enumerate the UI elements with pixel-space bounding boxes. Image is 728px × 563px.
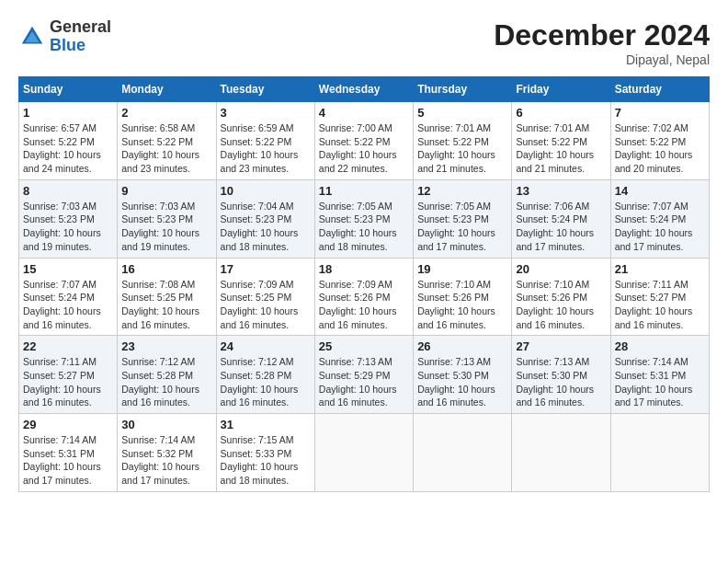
day-info: Sunrise: 7:13 AMSunset: 5:30 PMDaylight:…: [417, 355, 507, 409]
header-friday: Friday: [512, 77, 610, 102]
day-info: Sunrise: 7:01 AMSunset: 5:22 PMDaylight:…: [516, 121, 606, 176]
day-info: Sunrise: 7:09 AMSunset: 5:25 PMDaylight:…: [221, 278, 311, 332]
day-number: 20: [516, 262, 606, 276]
day-info: Sunrise: 7:12 AMSunset: 5:28 PMDaylight:…: [121, 355, 211, 409]
day-info: Sunrise: 6:58 AMSunset: 5:22 PMDaylight:…: [121, 121, 211, 176]
header-sunday: Sunday: [19, 77, 118, 102]
day-cell-30: 30 Sunrise: 7:14 AMSunset: 5:32 PMDaylig…: [118, 414, 216, 492]
day-cell-27: 27 Sunrise: 7:13 AMSunset: 5:30 PMDaylig…: [512, 336, 610, 414]
day-cell-8: 8 Sunrise: 7:03 AMSunset: 5:23 PMDayligh…: [19, 179, 118, 258]
day-info: Sunrise: 7:03 AMSunset: 5:23 PMDaylight:…: [121, 200, 211, 254]
empty-cell: [414, 414, 512, 492]
day-info: Sunrise: 7:14 AMSunset: 5:32 PMDaylight:…: [121, 433, 211, 488]
day-info: Sunrise: 7:06 AMSunset: 5:24 PMDaylight:…: [516, 200, 606, 254]
day-cell-31: 31 Sunrise: 7:15 AMSunset: 5:33 PMDaylig…: [216, 414, 314, 492]
header-thursday: Thursday: [414, 77, 512, 102]
day-number: 5: [417, 106, 507, 120]
day-number: 7: [615, 106, 705, 120]
day-number: 9: [121, 184, 211, 198]
day-cell-4: 4 Sunrise: 7:00 AMSunset: 5:22 PMDayligh…: [314, 102, 413, 180]
week-row: 22 Sunrise: 7:11 AMSunset: 5:27 PMDaylig…: [19, 336, 710, 414]
day-info: Sunrise: 7:14 AMSunset: 5:31 PMDaylight:…: [615, 355, 705, 409]
header-saturday: Saturday: [610, 77, 709, 102]
day-cell-29: 29 Sunrise: 7:14 AMSunset: 5:31 PMDaylig…: [19, 414, 118, 492]
day-number: 27: [516, 339, 606, 353]
day-cell-11: 11 Sunrise: 7:05 AMSunset: 5:23 PMDaylig…: [314, 179, 413, 258]
day-info: Sunrise: 7:13 AMSunset: 5:30 PMDaylight:…: [516, 355, 606, 409]
logo-icon: [18, 23, 46, 51]
header-monday: Monday: [118, 77, 216, 102]
day-cell-6: 6 Sunrise: 7:01 AMSunset: 5:22 PMDayligh…: [512, 102, 610, 180]
day-number: 24: [221, 339, 311, 353]
empty-cell: [512, 414, 610, 492]
logo-general: General: [50, 18, 111, 37]
day-info: Sunrise: 7:14 AMSunset: 5:31 PMDaylight:…: [23, 433, 113, 488]
day-cell-20: 20 Sunrise: 7:10 AMSunset: 5:26 PMDaylig…: [512, 258, 610, 336]
day-number: 14: [615, 184, 705, 198]
empty-cell: [610, 414, 709, 492]
day-number: 30: [121, 418, 211, 431]
day-number: 16: [121, 262, 211, 276]
calendar-table: Sunday Monday Tuesday Wednesday Thursday…: [18, 76, 710, 492]
logo-text: General Blue: [50, 18, 111, 55]
day-info: Sunrise: 6:57 AMSunset: 5:22 PMDaylight:…: [23, 121, 113, 176]
day-cell-5: 5 Sunrise: 7:01 AMSunset: 5:22 PMDayligh…: [414, 102, 512, 180]
day-info: Sunrise: 7:13 AMSunset: 5:29 PMDaylight:…: [319, 355, 409, 409]
day-number: 12: [417, 184, 507, 198]
day-info: Sunrise: 7:12 AMSunset: 5:28 PMDaylight:…: [221, 355, 311, 409]
day-info: Sunrise: 7:01 AMSunset: 5:22 PMDaylight:…: [417, 121, 507, 176]
day-info: Sunrise: 7:10 AMSunset: 5:26 PMDaylight:…: [516, 278, 606, 332]
day-cell-15: 15 Sunrise: 7:07 AMSunset: 5:24 PMDaylig…: [19, 258, 118, 336]
day-number: 1: [23, 106, 113, 120]
day-info: Sunrise: 7:00 AMSunset: 5:22 PMDaylight:…: [319, 121, 409, 176]
day-cell-13: 13 Sunrise: 7:06 AMSunset: 5:24 PMDaylig…: [512, 179, 610, 258]
day-cell-25: 25 Sunrise: 7:13 AMSunset: 5:29 PMDaylig…: [314, 336, 413, 414]
day-cell-28: 28 Sunrise: 7:14 AMSunset: 5:31 PMDaylig…: [610, 336, 709, 414]
header-tuesday: Tuesday: [216, 77, 314, 102]
day-cell-16: 16 Sunrise: 7:08 AMSunset: 5:25 PMDaylig…: [118, 258, 216, 336]
day-number: 8: [23, 184, 113, 198]
day-number: 18: [319, 262, 409, 276]
day-info: Sunrise: 7:03 AMSunset: 5:23 PMDaylight:…: [23, 200, 113, 254]
day-info: Sunrise: 7:05 AMSunset: 5:23 PMDaylight:…: [417, 200, 507, 254]
weekday-header-row: Sunday Monday Tuesday Wednesday Thursday…: [19, 77, 710, 102]
day-number: 28: [615, 339, 705, 353]
day-info: Sunrise: 6:59 AMSunset: 5:22 PMDaylight:…: [221, 121, 311, 176]
logo: General Blue: [18, 18, 111, 55]
day-number: 19: [417, 262, 507, 276]
empty-cell: [314, 414, 413, 492]
day-cell-9: 9 Sunrise: 7:03 AMSunset: 5:23 PMDayligh…: [118, 179, 216, 258]
day-cell-10: 10 Sunrise: 7:04 AMSunset: 5:23 PMDaylig…: [216, 179, 314, 258]
day-info: Sunrise: 7:07 AMSunset: 5:24 PMDaylight:…: [23, 278, 113, 332]
day-number: 3: [221, 106, 311, 120]
day-number: 15: [23, 262, 113, 276]
day-number: 23: [121, 339, 211, 353]
day-number: 10: [221, 184, 311, 198]
day-cell-21: 21 Sunrise: 7:11 AMSunset: 5:27 PMDaylig…: [610, 258, 709, 336]
day-number: 29: [23, 418, 113, 431]
day-cell-2: 2 Sunrise: 6:58 AMSunset: 5:22 PMDayligh…: [118, 102, 216, 180]
week-row: 29 Sunrise: 7:14 AMSunset: 5:31 PMDaylig…: [19, 414, 710, 492]
day-number: 11: [319, 184, 409, 198]
header-wednesday: Wednesday: [314, 77, 413, 102]
month-title: December 2024: [494, 18, 710, 52]
page-header: General Blue December 2024 Dipayal, Nepa…: [18, 18, 710, 67]
day-cell-1: 1 Sunrise: 6:57 AMSunset: 5:22 PMDayligh…: [19, 102, 118, 180]
day-info: Sunrise: 7:07 AMSunset: 5:24 PMDaylight:…: [615, 200, 705, 254]
day-number: 6: [516, 106, 606, 120]
day-cell-3: 3 Sunrise: 6:59 AMSunset: 5:22 PMDayligh…: [216, 102, 314, 180]
day-cell-7: 7 Sunrise: 7:02 AMSunset: 5:22 PMDayligh…: [610, 102, 709, 180]
day-info: Sunrise: 7:02 AMSunset: 5:22 PMDaylight:…: [615, 121, 705, 176]
day-info: Sunrise: 7:11 AMSunset: 5:27 PMDaylight:…: [615, 278, 705, 332]
day-info: Sunrise: 7:09 AMSunset: 5:26 PMDaylight:…: [319, 278, 409, 332]
day-info: Sunrise: 7:05 AMSunset: 5:23 PMDaylight:…: [319, 200, 409, 254]
day-info: Sunrise: 7:11 AMSunset: 5:27 PMDaylight:…: [23, 355, 113, 409]
day-number: 13: [516, 184, 606, 198]
day-info: Sunrise: 7:08 AMSunset: 5:25 PMDaylight:…: [121, 278, 211, 332]
day-cell-14: 14 Sunrise: 7:07 AMSunset: 5:24 PMDaylig…: [610, 179, 709, 258]
week-row: 1 Sunrise: 6:57 AMSunset: 5:22 PMDayligh…: [19, 102, 710, 180]
day-number: 26: [417, 339, 507, 353]
day-number: 22: [23, 339, 113, 353]
day-number: 25: [319, 339, 409, 353]
day-info: Sunrise: 7:04 AMSunset: 5:23 PMDaylight:…: [221, 200, 311, 254]
